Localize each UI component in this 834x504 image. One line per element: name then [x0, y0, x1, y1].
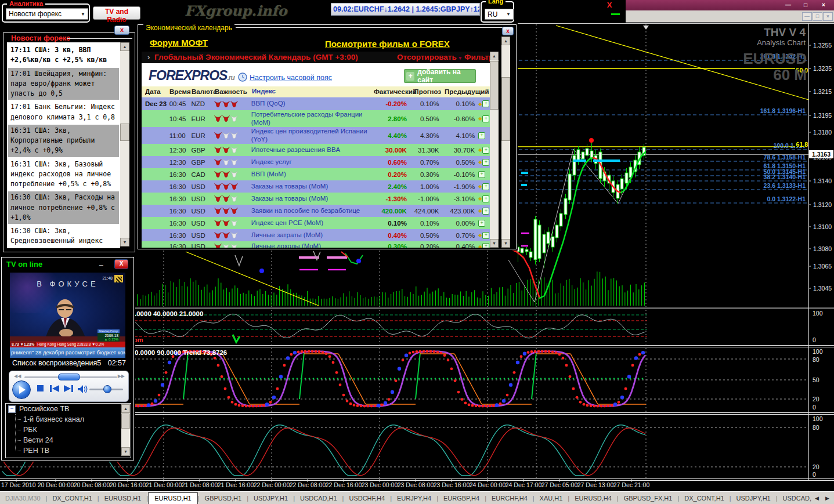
- event-name[interactable]: Заявки на пособие по безработице: [251, 207, 373, 215]
- chart-tab[interactable]: EURJPY,H4: [392, 495, 436, 502]
- expand-row-icon[interactable]: +: [478, 132, 485, 139]
- volume-icon[interactable]: [78, 385, 88, 393]
- tab-scroll-left-icon[interactable]: ◀: [815, 495, 819, 501]
- tv-minimize-button[interactable]: _: [99, 258, 103, 266]
- calendar-row[interactable]: 16:30USDЛичные доходы (MoM)0.30%0.20%0.4…: [142, 241, 491, 248]
- news-item[interactable]: 17:11 США: 3 кв, ВВП +2,6%кв/кв с +2,5% …: [8, 44, 119, 67]
- event-name[interactable]: Личные затраты (MoM): [251, 231, 373, 239]
- chart-tab[interactable]: EURUSD,H1: [148, 492, 198, 504]
- news-item[interactable]: 17:01 Банк Бельгии: Индекс делового клим…: [8, 101, 119, 124]
- play-button[interactable]: [12, 380, 31, 399]
- news-item[interactable]: 17:01 Швейцария, минфин: пара евро/франк…: [8, 68, 119, 100]
- news-item[interactable]: 16:31 США: 3кв, Корпоративные прибыли +2…: [8, 125, 119, 157]
- chart-tab[interactable]: GBPUSD,H1: [200, 495, 247, 502]
- news-item[interactable]: 16:30 США: 3кв, Расходы на личное потреб…: [8, 191, 119, 224]
- calendar-row[interactable]: 11:00EURИндекс цен производителей Испани…: [142, 127, 491, 144]
- expand-row-icon[interactable]: +: [482, 115, 489, 122]
- event-name[interactable]: Заказы на товары (MoM): [251, 183, 373, 190]
- calendar-row[interactable]: 16:30USDЗаказы на товары (MoM)-1.30%-1.0…: [142, 193, 491, 205]
- chart-tab[interactable]: EURUSD,H4: [569, 495, 617, 502]
- chart-tab[interactable]: USDJPY,H1: [731, 495, 776, 502]
- scrollbar-thumb[interactable]: [121, 414, 130, 429]
- chart-tab[interactable]: GBPUSD_FX,H1: [619, 495, 678, 502]
- panel-minimize-button[interactable]: [611, 13, 620, 15]
- event-name[interactable]: ВВП (MoM): [251, 171, 373, 178]
- event-name[interactable]: Заказы на товары (MoM): [251, 195, 373, 202]
- tv-online-window[interactable]: TV on line _ X В ФОКУСЕ 21:48 Nasdaq Com…: [1, 257, 134, 461]
- scroll-down-icon[interactable]: ▼: [121, 447, 130, 456]
- window-minimize-button[interactable]: —: [779, 1, 797, 9]
- expand-row-icon[interactable]: +: [482, 183, 489, 190]
- scroll-up-icon[interactable]: ▲: [121, 404, 130, 413]
- calendar-inner-scrollbar[interactable]: ▲ ▼: [490, 52, 499, 248]
- expand-row-icon[interactable]: +: [478, 171, 485, 178]
- expand-row-icon[interactable]: +: [482, 195, 489, 202]
- expand-row-icon[interactable]: +: [482, 159, 489, 166]
- calendar-outer-scrollbar[interactable]: ▲ ▼: [501, 37, 510, 248]
- expand-row-icon[interactable]: +: [482, 208, 489, 215]
- stop-button[interactable]: [37, 385, 44, 391]
- add-to-site-button[interactable]: + добавить на сайт: [404, 69, 476, 83]
- calendar-close-button[interactable]: x: [502, 27, 514, 35]
- volume-knob[interactable]: [103, 385, 111, 393]
- forum-link[interactable]: Форум МОФТ: [150, 38, 208, 48]
- window-titlebar[interactable]: — □ ×: [626, 0, 834, 10]
- seek-back-icon[interactable]: ◀◀: [14, 374, 21, 379]
- collapse-icon[interactable]: –: [8, 405, 16, 413]
- child-restore-button[interactable]: □: [813, 12, 822, 21]
- tv-video-frame[interactable]: В ФОКУСЕ 21:48 Nasdaq Comp 2669.18▲ 0.15…: [10, 273, 125, 358]
- next-button[interactable]: [64, 385, 73, 392]
- chart-tab[interactable]: USDCAD,H1: [778, 495, 811, 502]
- analytics-select[interactable]: Новости форекс ▼: [6, 8, 88, 20]
- economic-calendar-window[interactable]: Экономический календарь x Форум МОФТ Пос…: [138, 24, 517, 249]
- seek-thumb[interactable]: [58, 374, 80, 380]
- chart-tab[interactable]: EURGBP,H4: [438, 495, 485, 502]
- scroll-down-icon[interactable]: ▼: [490, 239, 499, 248]
- lang-select[interactable]: RU ▼: [485, 9, 514, 20]
- scrollbar-thumb[interactable]: [490, 61, 499, 110]
- calendar-row[interactable]: 12:30GBPИпотечные разрешения BBA30.00K31…: [142, 144, 491, 156]
- channel-group[interactable]: – Российское ТВ: [6, 404, 131, 414]
- scrollbar-thumb[interactable]: [501, 77, 510, 141]
- calendar-row[interactable]: 16:30USDИндекс цен PCE (MoM)0.10%0.10%0.…: [142, 217, 491, 229]
- forex-film-link[interactable]: Посмотрите фильм о FOREX: [325, 39, 450, 49]
- scroll-up-icon[interactable]: ▲: [501, 37, 510, 45]
- news-item[interactable]: 16:30 США: 3кв, Средневзвешенный индекс …: [8, 225, 119, 248]
- calendar-row[interactable]: Dec 2300:45NZDВВП (QoQ)-0.20%0.10%0.10%◆…: [142, 97, 491, 110]
- news-item[interactable]: 16:31 США: 3кв, Базовый индекс расходов …: [8, 158, 119, 191]
- event-name[interactable]: Индекс цен производителей Испании (YoY): [251, 128, 373, 143]
- event-name[interactable]: Ипотечные разрешения BBA: [251, 146, 373, 154]
- calendar-row[interactable]: 12:30GBPИндекс услуг0.60%0.70%0.50%◆+: [142, 156, 491, 168]
- expand-row-icon[interactable]: +: [482, 232, 489, 239]
- chart-tab[interactable]: USDCHF,H4: [344, 495, 390, 502]
- expand-row-icon[interactable]: +: [478, 220, 485, 227]
- chart-tab[interactable]: DX_CONT,H1: [679, 495, 729, 502]
- timezone-link[interactable]: Настроить часовой пояс: [250, 74, 332, 82]
- event-name[interactable]: ВВП (QoQ): [251, 100, 373, 107]
- channels-scrollbar[interactable]: ▲ ▼: [121, 404, 130, 456]
- chart-tab[interactable]: EURUSD,H1: [99, 495, 147, 502]
- forex-news-window[interactable]: Новости форекс 17:11 США: 3 кв, ВВП +2,6…: [3, 32, 135, 252]
- expand-row-icon[interactable]: +: [482, 147, 489, 154]
- scroll-down-icon[interactable]: ▼: [120, 238, 129, 246]
- window-restore-button[interactable]: □: [797, 1, 814, 9]
- scroll-up-icon[interactable]: ▲: [490, 52, 499, 60]
- channel-item[interactable]: РБК: [6, 425, 131, 435]
- seek-forward-icon[interactable]: ▶▶: [118, 374, 125, 379]
- chart-tab[interactable]: EURCHF,H4: [486, 495, 533, 502]
- event-name[interactable]: Личные доходы (MoM): [251, 242, 373, 248]
- chart-tab[interactable]: USDCAD,H1: [295, 495, 342, 502]
- news-close-button[interactable]: x: [114, 26, 129, 35]
- channel-item[interactable]: 1-й бизнесс канал: [6, 414, 131, 425]
- tab-scroll-right-icon[interactable]: ▶: [825, 495, 829, 501]
- chart-tab[interactable]: USDJPY,H1: [248, 495, 293, 502]
- chart-tab[interactable]: XAU,H1: [535, 495, 568, 502]
- calendar-row[interactable]: 16:30CADВВП (MoM)0.20%0.30%-0.10%+: [142, 168, 491, 180]
- channel-item[interactable]: Вести 24: [6, 435, 131, 445]
- channel-item[interactable]: РЕН ТВ: [6, 445, 131, 456]
- scroll-down-icon[interactable]: ▼: [501, 239, 510, 248]
- calendar-row[interactable]: 10:45EURПотребительские расходы Франции …: [142, 110, 491, 127]
- expand-row-icon[interactable]: +: [482, 243, 489, 248]
- tv-close-button[interactable]: X: [114, 259, 128, 269]
- calendar-row[interactable]: 16:30USDЛичные затраты (MoM)0.40%0.50%0.…: [142, 229, 491, 241]
